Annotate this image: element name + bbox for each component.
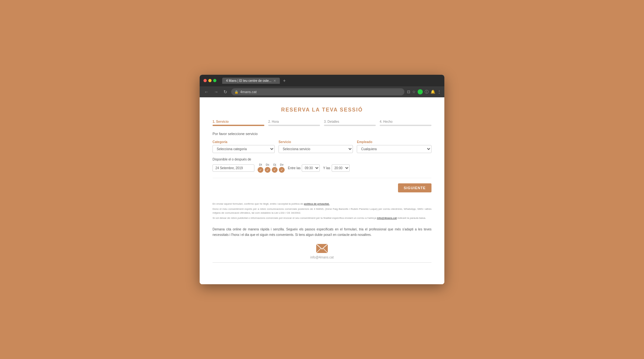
step-detalles-label: 3. Detalles bbox=[324, 120, 376, 123]
nav-actions: ⊡ ☆ ⓘ 🔔 ⋮ bbox=[407, 89, 441, 95]
day-dj-label: Dj bbox=[273, 163, 276, 166]
profile-icon[interactable] bbox=[418, 89, 423, 94]
step-hora-label: 2. Hora bbox=[268, 120, 320, 123]
siguiente-button[interactable]: SIGUIENTE bbox=[398, 183, 431, 192]
service-group: Servicio Selecciona servicio bbox=[279, 140, 353, 153]
browser-titlebar: 4 Mans | El teu centre de oste... ✕ + bbox=[200, 75, 444, 86]
step-servicio-bar bbox=[213, 125, 264, 126]
tab-title: 4 Mans | El teu centre de oste... bbox=[226, 79, 271, 82]
body-text-area: Demana cita online de manera ràpida i se… bbox=[206, 221, 438, 238]
step-servicio-label: 1. Servicio bbox=[213, 120, 264, 123]
step-hora-bar bbox=[268, 125, 320, 126]
form-subtitle: Por favor seleccione servicio bbox=[213, 132, 431, 136]
email-text: info@4mans.cat bbox=[310, 256, 334, 259]
time-from-select[interactable]: 09:30 10:00 10:30 bbox=[302, 164, 320, 172]
employee-group: Empleado Cualquiera bbox=[357, 140, 431, 153]
dot-green[interactable] bbox=[213, 79, 216, 82]
day-dc-group: Dc ✓ bbox=[265, 163, 270, 173]
browser-dots bbox=[204, 79, 216, 82]
step-hecho-label: 4. Hecho bbox=[380, 120, 431, 123]
lock-icon: 🔒 bbox=[234, 90, 238, 94]
category-select[interactable]: Selecciona categoría bbox=[213, 145, 275, 153]
bell-icon[interactable]: 🔔 bbox=[431, 90, 435, 94]
time-to-group: Y las 20:00 19:00 18:00 bbox=[323, 164, 349, 172]
day-dt-label: Dt bbox=[259, 163, 262, 166]
date-row: Disponible el o después de Dt ✓ Dc ✓ bbox=[213, 158, 431, 173]
legal-text-1: En enviar aquest formulari, confirmo que… bbox=[213, 202, 431, 206]
browser-window: 4 Mans | El teu centre de oste... ✕ + ← … bbox=[200, 75, 444, 284]
legal-text-3: Si vol deixar de rebre publicitat o info… bbox=[213, 216, 431, 220]
date-input[interactable] bbox=[213, 164, 254, 172]
button-row: SIGUIENTE bbox=[206, 183, 438, 192]
page-title: RESERVA LA TEVA SESSIÓ bbox=[206, 107, 438, 113]
legal-area: En enviar aquest formulari, confirmo que… bbox=[206, 202, 438, 220]
divider-1 bbox=[213, 178, 431, 178]
fields-row: Categoría Selecciona categoría Servicio … bbox=[213, 140, 431, 153]
browser-nav: ← → ↻ 🔒 4mans.cat ⊡ ☆ ⓘ 🔔 ⋮ bbox=[200, 86, 444, 97]
day-checkboxes: Dt ✓ Dc ✓ Dj ✓ Dv ✓ bbox=[258, 163, 285, 173]
step-hecho-bar bbox=[380, 125, 431, 126]
step-hecho: 4. Hecho bbox=[380, 120, 431, 126]
time-from-group: Entre las 09:30 10:00 10:30 bbox=[288, 164, 320, 172]
day-dt-check[interactable]: ✓ bbox=[258, 167, 263, 173]
time-to-label: Y las bbox=[323, 166, 330, 170]
employee-label: Empleado bbox=[357, 140, 431, 144]
email-section: info@4mans.cat bbox=[206, 238, 438, 262]
date-row-label: Disponible el o después de bbox=[213, 158, 431, 161]
employee-select[interactable]: Cualquiera bbox=[357, 145, 431, 153]
step-servicio: 1. Servicio bbox=[213, 120, 264, 126]
nav-forward-button[interactable]: → bbox=[213, 89, 220, 95]
privacy-link[interactable]: política de privacitat. bbox=[304, 202, 330, 205]
dot-yellow[interactable] bbox=[208, 79, 212, 82]
step-detalles-bar bbox=[324, 125, 376, 126]
time-to-select[interactable]: 20:00 19:00 18:00 bbox=[332, 164, 350, 172]
url-text: 4mans.cat bbox=[240, 90, 257, 94]
service-select[interactable]: Selecciona servicio bbox=[279, 145, 353, 153]
page-content: RESERVA LA TEVA SESSIÓ 1. Servicio 2. Ho… bbox=[200, 97, 444, 284]
dot-red[interactable] bbox=[204, 79, 207, 82]
day-dc-label: Dc bbox=[266, 163, 270, 166]
date-controls: Dt ✓ Dc ✓ Dj ✓ Dv ✓ bbox=[213, 163, 431, 173]
day-dj-group: Dj ✓ bbox=[272, 163, 278, 173]
day-dv-group: Dv ✓ bbox=[279, 163, 285, 173]
category-group: Categoría Selecciona categoría bbox=[213, 140, 275, 153]
more-icon[interactable]: ⋮ bbox=[437, 90, 441, 94]
steps-container: 1. Servicio 2. Hora 3. Detalles 4. Hecho bbox=[206, 120, 438, 126]
day-dc-check[interactable]: ✓ bbox=[265, 167, 270, 173]
nav-back-button[interactable]: ← bbox=[203, 89, 210, 95]
day-dt-group: Dt ✓ bbox=[258, 163, 263, 173]
nav-refresh-button[interactable]: ↻ bbox=[222, 89, 229, 95]
info-icon[interactable]: ⓘ bbox=[425, 89, 429, 95]
day-dv-check[interactable]: ✓ bbox=[279, 167, 285, 173]
day-dj-check[interactable]: ✓ bbox=[272, 167, 278, 173]
cast-icon[interactable]: ⊡ bbox=[407, 90, 410, 94]
time-from-label: Entre las bbox=[288, 166, 300, 170]
service-label: Servicio bbox=[279, 140, 353, 144]
form-area: Por favor seleccione servicio Categoría … bbox=[206, 132, 438, 173]
address-bar[interactable]: 🔒 4mans.cat bbox=[231, 88, 404, 95]
browser-tab-bar: 4 Mans | El teu centre de oste... ✕ + bbox=[222, 77, 440, 84]
legal-email-link[interactable]: info@4mans.cat bbox=[377, 217, 397, 219]
browser-tab-active[interactable]: 4 Mans | El teu centre de oste... ✕ bbox=[222, 78, 280, 84]
day-dv-label: Dv bbox=[280, 163, 284, 166]
email-icon bbox=[316, 244, 328, 253]
legal-text-2: Dono el meu consentiment exprés per a re… bbox=[213, 207, 431, 215]
category-label: Categoría bbox=[213, 140, 275, 144]
star-icon[interactable]: ☆ bbox=[412, 90, 416, 94]
new-tab-button[interactable]: + bbox=[281, 77, 288, 84]
tab-close-icon[interactable]: ✕ bbox=[273, 79, 276, 82]
step-detalles: 3. Detalles bbox=[324, 120, 376, 126]
step-hora: 2. Hora bbox=[268, 120, 320, 126]
footer-divider bbox=[213, 262, 431, 263]
body-text: Demana cita online de manera ràpida i se… bbox=[213, 227, 431, 238]
